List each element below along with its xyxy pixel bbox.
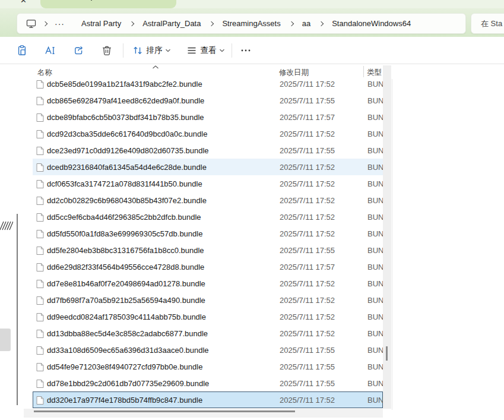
file-icon — [36, 396, 44, 405]
content-edge-line — [392, 65, 392, 410]
chevron-right-icon — [209, 21, 214, 26]
breadcrumb-segment[interactable]: StandaloneWindows64 — [326, 16, 417, 31]
file-row[interactable]: dcbe89bfabc6cb5b0373bdf341b78b35.bundle … — [33, 109, 383, 125]
file-row[interactable]: dd7fb698f7a70a5b921b25a56594a490.bundle … — [33, 292, 383, 308]
breadcrumb-segment[interactable]: AstralParty_Data — [137, 16, 207, 31]
delete-button[interactable] — [96, 40, 118, 61]
explorer-tab[interactable] — [40, 0, 176, 8]
breadcrumb-segment[interactable]: aa — [296, 16, 316, 31]
file-name: dd33a108d6509ec65a6396d31d3aace0.bundle — [47, 346, 209, 355]
share-button[interactable] — [68, 40, 89, 61]
file-list: dcb5e85de0199a1b21fa431f9abc2fe2.bundle … — [0, 75, 392, 408]
file-name: dcbe89bfabc6cb5b0373bdf341b78b35.bundle — [47, 113, 204, 122]
toolbar-divider — [123, 43, 123, 58]
sort-ascending-caret-icon — [152, 65, 159, 69]
view-button[interactable]: 查看 — [181, 40, 230, 61]
file-icon — [36, 213, 44, 222]
file-row[interactable]: dcf0653fca3174721a078d831f441b50.bundle … — [33, 175, 383, 192]
file-name: dce23ed971c0dd9126e409d802d60735.bundle — [47, 146, 209, 155]
file-name: dd13dbba88ec5d4e3c858c2adabc6877.bundle — [47, 329, 208, 338]
file-date: 2025/7/11 17:52 — [280, 279, 335, 288]
file-name: dd78e1bbd29c2d061db7d07735e29609.bundle — [47, 379, 209, 388]
search-box[interactable]: 在 Sta — [471, 13, 504, 34]
file-type: BUN — [367, 196, 383, 205]
file-type: BUN — [367, 146, 383, 155]
file-name: dd54fe9e71203e8f4940727cfd97bb0e.bundle — [47, 362, 202, 371]
horizontal-scrollbar-thumb[interactable] — [34, 410, 295, 412]
this-pc-icon[interactable] — [21, 18, 40, 29]
file-row[interactable]: dd6e29d82f33f4564b49556cce4728d8.bundle … — [33, 258, 383, 275]
file-date: 2025/7/11 17:52 — [280, 80, 335, 89]
column-header-date[interactable]: 修改日期 — [279, 68, 309, 78]
file-row[interactable]: dd320e17a977f4e178bd5b74ffb9c847.bundle … — [33, 391, 383, 408]
file-row[interactable]: dd9eedcd0824af1785039c4114abb75b.bundle … — [33, 308, 383, 325]
more-options-button[interactable] — [235, 40, 256, 61]
file-name: dcb865e6928479af41eed8c62ded9a0f.bundle — [47, 96, 204, 105]
column-header-name[interactable]: 名称 — [37, 68, 52, 78]
file-row[interactable]: dcb865e6928479af41eed8c62ded9a0f.bundle … — [33, 92, 383, 109]
vertical-scrollbar-thumb[interactable] — [386, 346, 388, 361]
breadcrumb-segment[interactable]: StreamingAssets — [216, 16, 286, 31]
toolbar-divider — [232, 43, 232, 58]
sort-button[interactable]: 排序 — [127, 40, 176, 61]
file-row[interactable]: dcedb92316840fa61345a54d4e6c28de.bundle … — [33, 159, 383, 175]
file-icon — [36, 346, 44, 355]
file-row[interactable]: dd33a108d6509ec65a6396d31d3aace0.bundle … — [33, 342, 383, 358]
file-icon — [36, 362, 44, 372]
file-date: 2025/7/11 17:52 — [280, 312, 335, 321]
breadcrumb-overflow-button[interactable]: ··· — [50, 17, 69, 31]
file-row[interactable]: dd54fe9e71203e8f4940727cfd97bb0e.bundle … — [33, 358, 383, 375]
file-icon — [36, 379, 44, 389]
file-name: dd9eedcd0824af1785039c4114abb75b.bundle — [47, 312, 206, 321]
file-row[interactable]: dd5fd550f0a1fd8a3e699969305c57db.bundle … — [33, 225, 383, 242]
chevron-right-icon — [129, 21, 134, 26]
file-icon — [36, 130, 44, 139]
file-date: 2025/7/11 17:52 — [280, 163, 335, 172]
file-row[interactable]: dce23ed971c0dd9126e409d802d60735.bundle … — [33, 142, 383, 159]
tab-glyph-fragment — [91, 0, 92, 1]
file-explorer-window: ✕ ··· Astral PartyAstralParty_DataStream… — [0, 0, 504, 420]
file-date: 2025/7/11 17:52 — [280, 196, 335, 205]
view-label: 查看 — [201, 45, 217, 56]
file-date: 2025/7/11 17:55 — [280, 379, 335, 388]
file-type: BUN — [367, 213, 383, 222]
file-type: BUN — [367, 396, 383, 405]
file-date: 2025/7/11 17:52 — [280, 179, 335, 188]
horizontal-scrollbar[interactable] — [24, 409, 383, 418]
column-header-type[interactable]: 类型 — [367, 68, 382, 78]
rename-button[interactable] — [39, 40, 61, 61]
file-date: 2025/7/11 17:52 — [280, 229, 335, 238]
file-type: BUN — [367, 296, 383, 305]
address-bar: ··· Astral PartyAstralParty_DataStreamin… — [0, 8, 504, 37]
file-row[interactable]: dd7e8e81b46af0f7e20498694ad01278.bundle … — [33, 275, 383, 292]
file-icon — [36, 296, 44, 305]
file-row[interactable]: dcd92d3cba35dde6c617640d9bcd0a0c.bundle … — [33, 125, 383, 142]
file-icon — [36, 113, 44, 122]
file-date: 2025/7/11 17:52 — [280, 296, 335, 305]
file-row[interactable]: dd5fe2804eb3b8bc31316756fa1b8cc0.bundle … — [33, 242, 383, 258]
file-name: dcb5e85de0199a1b21fa431f9abc2fe2.bundle — [47, 80, 202, 89]
file-date: 2025/7/11 17:55 — [280, 362, 335, 371]
file-row[interactable]: dd2c0b02829c6b9680430b85b43f07e2.bundle … — [33, 192, 383, 209]
file-row[interactable]: dd5cc9ef6cba4d46f296385c2bb2dfcb.bundle … — [33, 209, 383, 225]
file-name: dcedb92316840fa61345a54d4e6c28de.bundle — [47, 163, 207, 172]
file-icon — [36, 96, 44, 106]
column-separator[interactable] — [363, 66, 364, 77]
file-name: dd6e29d82f33f4564b49556cce4728d8.bundle — [47, 263, 204, 271]
vertical-scrollbar[interactable] — [383, 65, 391, 409]
file-row[interactable]: dd13dbba88ec5d4e3c858c2adabc6877.bundle … — [33, 325, 383, 342]
tab-close-icon[interactable]: ✕ — [20, 0, 27, 5]
paste-button[interactable] — [11, 40, 33, 61]
breadcrumb[interactable]: ··· Astral PartyAstralParty_DataStreamin… — [17, 13, 466, 34]
file-type: BUN — [367, 346, 383, 355]
file-row[interactable]: dd78e1bbd29c2d061db7d07735e29609.bundle … — [33, 375, 383, 391]
chevron-right-icon — [289, 21, 293, 26]
breadcrumb-segments: Astral PartyAstralParty_DataStreamingAss… — [75, 16, 417, 31]
file-type: BUN — [367, 279, 383, 288]
file-icon — [36, 80, 44, 89]
chevron-down-icon — [219, 48, 225, 53]
file-date: 2025/7/11 17:52 — [280, 213, 335, 222]
file-type: BUN — [367, 263, 383, 271]
breadcrumb-segment[interactable]: Astral Party — [75, 16, 127, 31]
tab-strip: ✕ — [0, 0, 504, 8]
